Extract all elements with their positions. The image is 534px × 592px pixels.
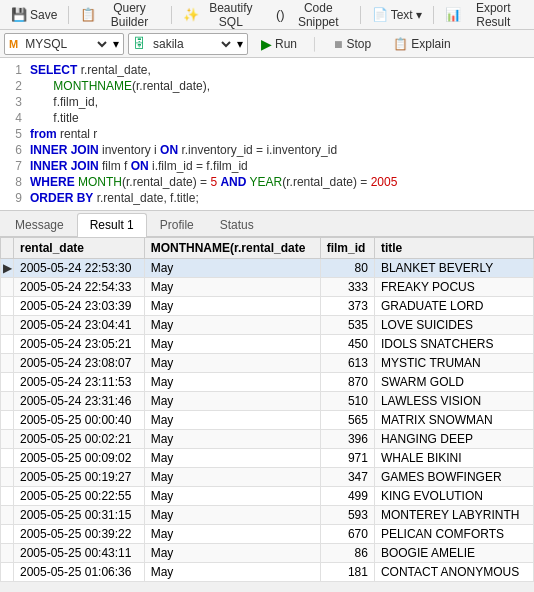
text-button[interactable]: 📄 Text ▾ (365, 4, 429, 25)
tab-message[interactable]: Message (2, 213, 77, 236)
tab-result-1[interactable]: Result 1 (77, 213, 147, 237)
line-num-6: 6 (0, 142, 30, 158)
table-row[interactable]: 2005-05-24 23:08:07May613MYSTIC TRUMAN (1, 354, 534, 373)
table-row[interactable]: 2005-05-25 00:43:11May86BOOGIE AMELIE (1, 544, 534, 563)
editor-line-8: 8 WHERE MONTH(r.rental_date) = 5 AND YEA… (0, 174, 534, 190)
result-tbody: ▶2005-05-24 22:53:30May80BLANKET BEVERLY… (1, 259, 534, 582)
db-type-select[interactable]: MYSQL (21, 36, 110, 52)
table-cell: May (144, 468, 320, 487)
code-snippet-label: Code Snippet (288, 1, 349, 29)
run-button[interactable]: ▶ Run (252, 33, 306, 55)
table-cell: May (144, 506, 320, 525)
line-content-3: f.film_id, (30, 94, 534, 110)
table-cell: MONTEREY LABYRINTH (374, 506, 533, 525)
beautify-sql-button[interactable]: ✨ Beautify SQL (176, 0, 267, 32)
table-cell: 2005-05-25 01:06:36 (14, 563, 145, 582)
table-cell: IDOLS SNATCHERS (374, 335, 533, 354)
table-row[interactable]: 2005-05-24 23:03:39May373GRADUATE LORD (1, 297, 534, 316)
table-row[interactable]: 2005-05-24 23:05:21May450IDOLS SNATCHERS (1, 335, 534, 354)
connection-bar: M MYSQL ▾ 🗄 sakila ▾ ▶ Run │ ⏹ Stop 📋 Ex… (0, 30, 534, 58)
table-cell: 181 (320, 563, 374, 582)
line-num-2: 2 (0, 78, 30, 94)
db-name-selector[interactable]: 🗄 sakila ▾ (128, 33, 248, 55)
table-header-row: rental_date MONTHNAME(r.rental_date film… (1, 238, 534, 259)
tab-status[interactable]: Status (207, 213, 267, 236)
db-type-selector[interactable]: M MYSQL ▾ (4, 33, 124, 55)
table-cell: GAMES BOWFINGER (374, 468, 533, 487)
table-cell: May (144, 525, 320, 544)
explain-label: Explain (411, 37, 450, 51)
line-content-8: WHERE MONTH(r.rental_date) = 5 AND YEAR(… (30, 174, 534, 190)
table-row[interactable]: ▶2005-05-24 22:53:30May80BLANKET BEVERLY (1, 259, 534, 278)
separator-4 (433, 6, 434, 24)
separator-3 (360, 6, 361, 24)
table-cell: 535 (320, 316, 374, 335)
stop-button[interactable]: ⏹ Stop (324, 34, 381, 54)
table-row[interactable]: 2005-05-24 23:04:41May535LOVE SUICIDES (1, 316, 534, 335)
row-indicator (1, 430, 14, 449)
toolbar: 💾 Save 📋 Query Builder ✨ Beautify SQL ()… (0, 0, 534, 30)
table-cell: 2005-05-25 00:39:22 (14, 525, 145, 544)
table-row[interactable]: 2005-05-25 00:31:15May593MONTEREY LABYRI… (1, 506, 534, 525)
table-row[interactable]: 2005-05-25 00:19:27May347GAMES BOWFINGER (1, 468, 534, 487)
row-indicator (1, 278, 14, 297)
table-cell: LAWLESS VISION (374, 392, 533, 411)
result-tabs: Message Result 1 Profile Status (0, 211, 534, 237)
table-cell: May (144, 297, 320, 316)
table-cell: LOVE SUICIDES (374, 316, 533, 335)
table-row[interactable]: 2005-05-25 00:02:21May396HANGING DEEP (1, 430, 534, 449)
row-indicator: ▶ (1, 259, 14, 278)
line-num-8: 8 (0, 174, 30, 190)
table-row[interactable]: 2005-05-25 00:39:22May670PELICAN COMFORT… (1, 525, 534, 544)
table-cell: SWARM GOLD (374, 373, 533, 392)
table-row[interactable]: 2005-05-24 23:31:46May510LAWLESS VISION (1, 392, 534, 411)
table-row[interactable]: 2005-05-24 22:54:33May333FREAKY POCUS (1, 278, 534, 297)
table-row[interactable]: 2005-05-25 00:09:02May971WHALE BIKINI (1, 449, 534, 468)
query-builder-icon: 📋 (80, 7, 96, 22)
table-cell: 2005-05-24 23:08:07 (14, 354, 145, 373)
table-cell: 593 (320, 506, 374, 525)
run-label: Run (275, 37, 297, 51)
table-cell: 2005-05-25 00:22:55 (14, 487, 145, 506)
editor-line-1: 1 SELECT r.rental_date, (0, 62, 534, 78)
table-cell: 2005-05-24 23:05:21 (14, 335, 145, 354)
code-snippet-button[interactable]: () Code Snippet (269, 0, 356, 32)
line-num-1: 1 (0, 62, 30, 78)
line-num-3: 3 (0, 94, 30, 110)
save-icon: 💾 (11, 7, 27, 22)
table-row[interactable]: 2005-05-25 00:00:40May565MATRIX SNOWMAN (1, 411, 534, 430)
sql-editor[interactable]: 1 SELECT r.rental_date, 2 MONTHNAME(r.re… (0, 58, 534, 211)
query-builder-button[interactable]: 📋 Query Builder (73, 0, 167, 32)
table-cell: 333 (320, 278, 374, 297)
explain-button[interactable]: 📋 Explain (384, 34, 459, 54)
table-cell: HANGING DEEP (374, 430, 533, 449)
tab-profile[interactable]: Profile (147, 213, 207, 236)
editor-line-4: 4 f.title (0, 110, 534, 126)
table-row[interactable]: 2005-05-25 01:06:36May181CONTACT ANONYMO… (1, 563, 534, 582)
table-cell: May (144, 430, 320, 449)
line-content-2: MONTHNAME(r.rental_date), (30, 78, 534, 94)
editor-line-2: 2 MONTHNAME(r.rental_date), (0, 78, 534, 94)
db-name-select[interactable]: sakila (149, 36, 234, 52)
table-cell: FREAKY POCUS (374, 278, 533, 297)
table-cell: 396 (320, 430, 374, 449)
save-button[interactable]: 💾 Save (4, 4, 64, 25)
table-row[interactable]: 2005-05-24 23:11:53May870SWARM GOLD (1, 373, 534, 392)
export-icon: 📊 (445, 7, 461, 22)
row-indicator (1, 354, 14, 373)
table-cell: 2005-05-24 23:31:46 (14, 392, 145, 411)
result-area[interactable]: rental_date MONTHNAME(r.rental_date film… (0, 237, 534, 582)
table-cell: May (144, 392, 320, 411)
table-cell: May (144, 316, 320, 335)
beautify-icon: ✨ (183, 7, 199, 22)
export-result-button[interactable]: 📊 Export Result (438, 0, 530, 32)
line-num-9: 9 (0, 190, 30, 206)
table-cell: 86 (320, 544, 374, 563)
table-cell: BOOGIE AMELIE (374, 544, 533, 563)
table-cell: 2005-05-24 23:04:41 (14, 316, 145, 335)
col-title: title (374, 238, 533, 259)
line-content-1: SELECT r.rental_date, (30, 62, 534, 78)
table-row[interactable]: 2005-05-25 00:22:55May499KING EVOLUTION (1, 487, 534, 506)
table-cell: PELICAN COMFORTS (374, 525, 533, 544)
row-indicator (1, 563, 14, 582)
